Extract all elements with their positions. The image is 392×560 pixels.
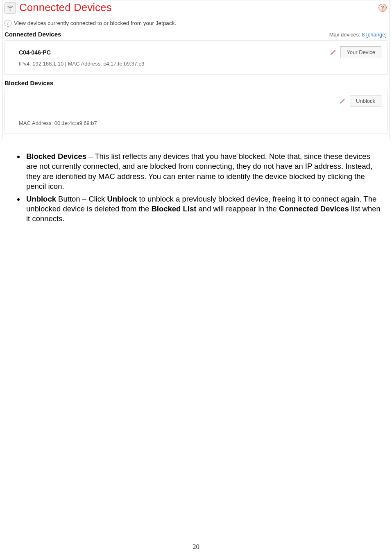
wifi-icon	[5, 2, 16, 14]
info-text: View devices currently connected to or b…	[14, 20, 176, 26]
change-link[interactable]: [change]	[365, 32, 387, 38]
max-devices-value: 8	[362, 32, 365, 38]
svg-point-0	[10, 10, 11, 11]
connected-section-header: Connected Devices Max devices: 8 [change…	[3, 31, 389, 40]
panel-header: Connected Devices ?	[3, 0, 389, 18]
blocked-device-card: Unblock MAC Address: 00:1e:4c:a9:69:b7	[5, 89, 387, 134]
pencil-icon[interactable]	[340, 98, 346, 104]
bullet-blocked-devices: Blocked Devices – This list reflects any…	[25, 152, 382, 192]
page-title: Connected Devices	[19, 1, 111, 14]
info-icon: i	[5, 20, 11, 27]
device-name: C04-046-PC	[19, 49, 51, 56]
max-devices: Max devices: 8 [change]	[329, 32, 387, 38]
help-icon[interactable]: ?	[378, 4, 387, 12]
bullet-unblock-button: Unblock Button – Click Unblock to unbloc…	[25, 194, 382, 224]
blocked-device-details: MAC Address: 00:1e:4c:a9:69:b7	[19, 120, 381, 126]
unblock-button[interactable]: Unblock	[350, 95, 381, 107]
device-details: IPv4: 192.168.1.10 | MAC Address: c4:17:…	[19, 61, 381, 67]
info-row: i View devices currently connected to or…	[3, 18, 389, 31]
connected-device-card: C04-046-PC Your Device IPv4: 192.168.1.1…	[5, 40, 387, 75]
doc-body: Blocked Devices – This list reflects any…	[2, 139, 390, 224]
pencil-icon[interactable]	[330, 49, 336, 55]
max-devices-label: Max devices:	[329, 32, 362, 38]
page-number: 20	[0, 543, 392, 551]
blocked-section-header: Blocked Devices	[3, 79, 389, 89]
connected-section-title: Connected Devices	[5, 31, 61, 38]
blocked-section-title: Blocked Devices	[5, 79, 53, 86]
your-device-button[interactable]: Your Device	[340, 46, 381, 58]
